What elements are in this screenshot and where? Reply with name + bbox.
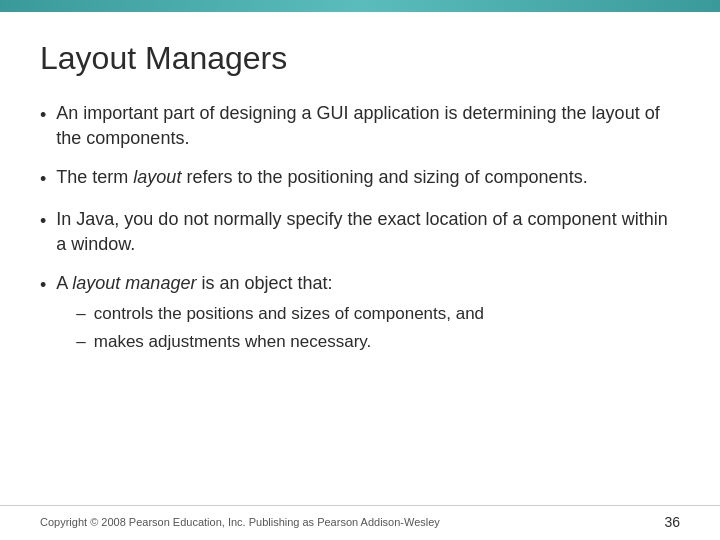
content-area: Layout Managers • An important part of d…: [0, 12, 720, 505]
italic-word: layout: [133, 167, 181, 187]
list-item: • The term layout refers to the position…: [40, 165, 680, 192]
sub-bullet-list: – controls the positions and sizes of co…: [76, 302, 680, 354]
top-bar: [0, 0, 720, 12]
sub-bullet-text: controls the positions and sizes of comp…: [94, 302, 484, 326]
list-item: • In Java, you do not normally specify t…: [40, 207, 680, 257]
bullet-dot: •: [40, 103, 46, 128]
footer-page-number: 36: [664, 514, 680, 530]
bullet-text-after: refers to the positioning and sizing of …: [181, 167, 587, 187]
list-item: – controls the positions and sizes of co…: [76, 302, 680, 326]
bullet-text: The term layout refers to the positionin…: [56, 165, 680, 190]
bullet-text: An important part of designing a GUI app…: [56, 101, 680, 151]
bullet-dot: •: [40, 209, 46, 234]
sub-dash: –: [76, 302, 85, 326]
bullet-text: In Java, you do not normally specify the…: [56, 207, 680, 257]
bullet-text-before: The term: [56, 167, 133, 187]
sub-dash: –: [76, 330, 85, 354]
footer: Copyright © 2008 Pearson Education, Inc.…: [0, 505, 720, 540]
bullet-dot: •: [40, 167, 46, 192]
bullet-list: • An important part of designing a GUI a…: [40, 101, 680, 485]
list-item: • An important part of designing a GUI a…: [40, 101, 680, 151]
bullet-dot: •: [40, 273, 46, 298]
list-item: – makes adjustments when necessary.: [76, 330, 680, 354]
bullet-text-after: is an object that:: [196, 273, 332, 293]
bullet-text: A layout manager is an object that: – co…: [56, 271, 680, 358]
sub-bullet-text: makes adjustments when necessary.: [94, 330, 371, 354]
slide: Layout Managers • An important part of d…: [0, 0, 720, 540]
bullet-text-before: A: [56, 273, 72, 293]
footer-copyright: Copyright © 2008 Pearson Education, Inc.…: [40, 516, 440, 528]
slide-title: Layout Managers: [40, 40, 680, 77]
italic-word: layout manager: [72, 273, 196, 293]
list-item: • A layout manager is an object that: – …: [40, 271, 680, 358]
